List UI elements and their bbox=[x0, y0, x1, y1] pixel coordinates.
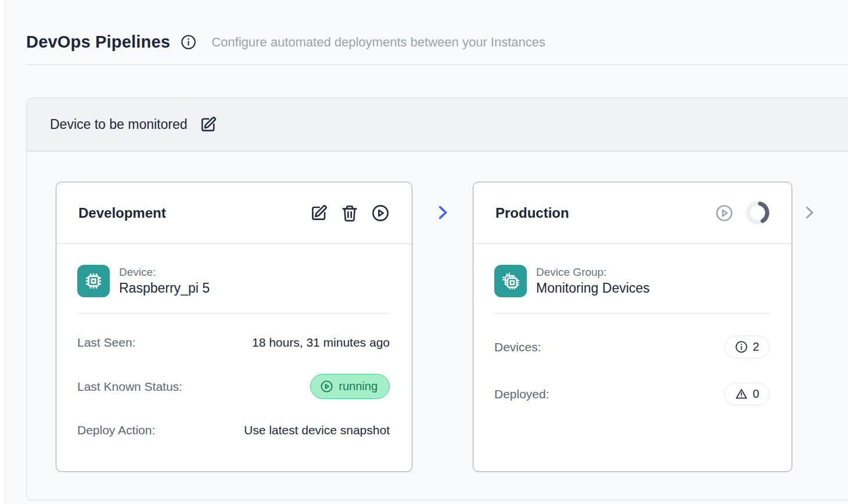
development-card-body: Device: Raspberry_pi 5 Last Seen: 18 hou… bbox=[56, 244, 412, 437]
development-title: Development bbox=[78, 205, 166, 221]
info-circle-icon[interactable] bbox=[181, 34, 196, 50]
page: DevOps Pipelines Configure automated dep… bbox=[0, 0, 848, 504]
panel-next-arrow[interactable] bbox=[800, 182, 818, 243]
development-card-header: Development bbox=[56, 182, 412, 244]
devices-count-badge[interactable]: 2 bbox=[724, 336, 770, 358]
device-info: Device: Raspberry_pi 5 bbox=[119, 266, 210, 296]
deploy-action-row: Deploy Action: Use latest device snapsho… bbox=[77, 423, 390, 437]
development-card: Development bbox=[56, 182, 412, 472]
page-subtitle: Configure automated deployments between … bbox=[211, 35, 545, 50]
play-circle-icon bbox=[320, 380, 333, 393]
device-group-info: Device Group: Monitoring Devices bbox=[536, 266, 650, 296]
pipeline-flow-arrow bbox=[412, 182, 473, 243]
pipeline-title: Device to be monitored bbox=[50, 117, 188, 132]
chevron-right-gray-icon bbox=[800, 204, 818, 221]
trash-icon[interactable] bbox=[340, 204, 359, 222]
last-seen-row: Last Seen: 18 hours, 31 minutes ago bbox=[77, 336, 390, 350]
device-group-name: Monitoring Devices bbox=[536, 280, 650, 296]
production-card: Production bbox=[473, 182, 792, 472]
status-value: running bbox=[339, 380, 378, 393]
loading-spinner bbox=[746, 201, 770, 225]
last-seen-label: Last Seen: bbox=[77, 336, 135, 350]
device-label: Device: bbox=[119, 266, 210, 279]
play-circle-icon[interactable] bbox=[371, 204, 390, 222]
deployed-count-badge[interactable]: 0 bbox=[724, 383, 770, 405]
device-group-label: Device Group: bbox=[536, 266, 650, 279]
pipeline-panel-header: Device to be monitored bbox=[27, 98, 848, 152]
edit-square-icon[interactable] bbox=[199, 116, 217, 134]
development-actions bbox=[310, 204, 390, 222]
devices-count: 2 bbox=[753, 340, 759, 354]
page-title: DevOps Pipelines bbox=[26, 33, 170, 52]
devices-row: Devices: 2 bbox=[494, 336, 770, 358]
status-label: Last Known Status: bbox=[77, 380, 182, 394]
production-card-header: Production bbox=[473, 182, 792, 244]
device-group-row: Device Group: Monitoring Devices bbox=[494, 265, 770, 297]
deployed-count: 0 bbox=[753, 387, 759, 401]
production-title: Production bbox=[495, 205, 569, 221]
chip-group-icon bbox=[494, 265, 527, 297]
status-badge: running bbox=[310, 374, 390, 399]
header-divider bbox=[26, 64, 848, 65]
content-area: DevOps Pipelines Configure automated dep… bbox=[5, 0, 848, 504]
page-header: DevOps Pipelines Configure automated dep… bbox=[5, 0, 848, 52]
card-divider bbox=[77, 313, 390, 314]
chip-icon bbox=[77, 265, 110, 297]
card-divider bbox=[494, 313, 770, 314]
last-seen-value: 18 hours, 31 minutes ago bbox=[252, 336, 390, 350]
devices-label: Devices: bbox=[494, 340, 541, 354]
production-card-body: Device Group: Monitoring Devices Devices… bbox=[473, 244, 792, 405]
deploy-action-label: Deploy Action: bbox=[77, 423, 155, 437]
info-circle-icon bbox=[735, 340, 748, 354]
deployed-label: Deployed: bbox=[494, 387, 549, 401]
pipeline-panel: Device to be monitored Development bbox=[26, 98, 848, 501]
device-name: Raspberry_pi 5 bbox=[119, 280, 210, 296]
device-row: Device: Raspberry_pi 5 bbox=[77, 265, 390, 297]
chevron-right-blue-icon bbox=[434, 204, 451, 221]
production-actions bbox=[715, 201, 770, 225]
status-row: Last Known Status: running bbox=[77, 374, 390, 399]
pipeline-panel-body: Development bbox=[27, 152, 848, 472]
deploy-action-value: Use latest device snapshot bbox=[244, 423, 390, 437]
warning-triangle-icon bbox=[735, 387, 748, 401]
deployed-row: Deployed: 0 bbox=[494, 383, 770, 405]
edit-square-icon[interactable] bbox=[310, 204, 328, 222]
play-circle-icon-disabled[interactable] bbox=[715, 204, 734, 222]
